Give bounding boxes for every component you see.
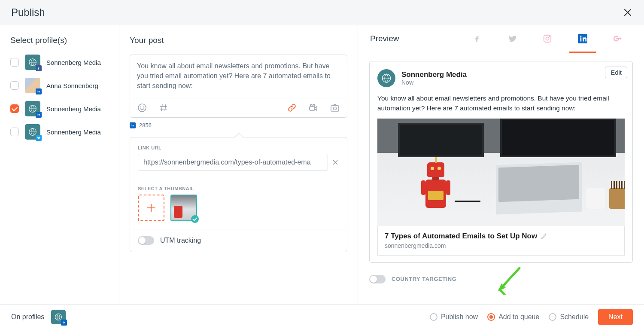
avatar bbox=[25, 55, 40, 70]
profile-row[interactable]: Sonnenberg Media bbox=[10, 124, 109, 140]
close-icon[interactable] bbox=[623, 7, 633, 18]
profile-row[interactable]: Sonnenberg Media bbox=[10, 55, 109, 70]
country-targeting-row: COUNTRY TARGETING bbox=[369, 275, 633, 283]
linkedin-icon bbox=[130, 122, 136, 128]
profile-checkbox[interactable] bbox=[10, 104, 19, 113]
avatar bbox=[25, 101, 40, 116]
radio-icon[interactable] bbox=[549, 313, 556, 321]
brand-logo-icon bbox=[377, 69, 395, 87]
thumbnail-option[interactable] bbox=[170, 195, 197, 221]
next-button[interactable]: Next bbox=[598, 309, 633, 325]
profile-row[interactable]: Anna Sonnenberg bbox=[10, 78, 109, 93]
camera-icon[interactable] bbox=[330, 103, 340, 113]
linkedin-badge-icon bbox=[61, 320, 67, 326]
compose-title: Your post bbox=[130, 36, 347, 45]
edit-title-icon[interactable] bbox=[541, 233, 547, 240]
preview-time: Now bbox=[401, 79, 467, 86]
schedule-option[interactable]: Schedule bbox=[549, 313, 589, 321]
svg-point-13 bbox=[549, 36, 550, 37]
selected-profile-avatar[interactable] bbox=[51, 310, 66, 324]
preview-profile-name: Sonnenberg Media bbox=[401, 70, 467, 79]
profile-name-label: Sonnenberg Media bbox=[46, 59, 101, 66]
avatar bbox=[25, 78, 40, 93]
preview-header: Preview bbox=[358, 25, 644, 43]
preview-link-domain: sonnenbergmedia.com bbox=[385, 242, 617, 249]
link-icon[interactable] bbox=[287, 103, 297, 113]
profile-checkbox[interactable] bbox=[10, 128, 19, 136]
modal-title: Publish bbox=[11, 6, 45, 18]
preview-body-text: You know all about email newsletters and… bbox=[377, 93, 625, 113]
svg-point-4 bbox=[140, 107, 141, 107]
profile-row[interactable]: Sonnenberg Media bbox=[10, 101, 109, 116]
post-box: You know all about email newsletters and… bbox=[130, 55, 347, 118]
profile-name-label: Sonnenberg Media bbox=[46, 128, 101, 136]
video-icon[interactable] bbox=[308, 103, 319, 113]
utm-tracking-toggle[interactable] bbox=[138, 236, 154, 245]
preview-panel: Preview bbox=[358, 25, 644, 304]
svg-point-3 bbox=[138, 104, 146, 112]
link-attachment-card: LINK URL https://sonnenbergmedia.com/typ… bbox=[130, 137, 347, 252]
modal-header: Publish bbox=[0, 0, 644, 25]
svg-rect-6 bbox=[310, 107, 315, 110]
svg-point-10 bbox=[334, 107, 337, 110]
link-url-label: LINK URL bbox=[138, 145, 339, 150]
radio-label: Add to queue bbox=[498, 313, 539, 321]
radio-label: Schedule bbox=[560, 313, 589, 321]
profiles-panel: Select profile(s) Sonnenberg Media bbox=[0, 25, 119, 304]
post-textarea[interactable]: You know all about email newsletters and… bbox=[130, 55, 347, 98]
avatar bbox=[25, 124, 40, 140]
tab-facebook[interactable] bbox=[471, 34, 483, 43]
profile-checkbox[interactable] bbox=[10, 81, 19, 90]
svg-point-7 bbox=[310, 104, 312, 106]
profile-name-label: Sonnenberg Media bbox=[46, 105, 101, 113]
linkedin-badge-icon bbox=[36, 112, 42, 118]
tab-instagram[interactable] bbox=[542, 34, 553, 43]
country-targeting-label: COUNTRY TARGETING bbox=[392, 276, 456, 282]
preview-title: Preview bbox=[370, 34, 399, 43]
compose-panel: Your post You know all about email newsl… bbox=[119, 25, 358, 304]
add-to-queue-option[interactable]: Add to queue bbox=[487, 313, 539, 321]
on-profiles-label: On profiles bbox=[11, 313, 44, 321]
clear-link-icon[interactable] bbox=[331, 158, 339, 166]
tab-linkedin[interactable] bbox=[577, 34, 588, 43]
footer-bar: On profiles Publish now Add to queue Sch… bbox=[0, 304, 644, 329]
country-targeting-toggle[interactable] bbox=[369, 275, 386, 283]
facebook-badge-icon bbox=[36, 65, 42, 71]
main-layout: Select profile(s) Sonnenberg Media bbox=[0, 25, 644, 304]
svg-point-5 bbox=[143, 107, 144, 107]
linkedin-badge-icon bbox=[36, 88, 42, 94]
tab-twitter[interactable] bbox=[507, 34, 518, 43]
edit-button[interactable]: Edit bbox=[605, 67, 627, 78]
profiles-title: Select profile(s) bbox=[10, 36, 109, 45]
svg-point-12 bbox=[546, 37, 549, 40]
profile-checkbox[interactable] bbox=[10, 58, 19, 67]
selected-check-icon bbox=[191, 215, 199, 223]
preview-card: Edit Sonnenberg Media Now You know all a… bbox=[369, 61, 633, 263]
emoji-icon[interactable] bbox=[137, 103, 147, 113]
twitter-badge-icon bbox=[36, 135, 42, 141]
thumbnail-label: SELECT A THUMBNAIL bbox=[138, 186, 339, 191]
utm-tracking-label: UTM tracking bbox=[160, 237, 201, 244]
link-url-input[interactable]: https://sonnenbergmedia.com/types-of-aut… bbox=[138, 154, 328, 171]
radio-label: Publish now bbox=[441, 313, 478, 321]
radio-icon[interactable] bbox=[430, 313, 437, 321]
hashtag-icon[interactable] bbox=[158, 103, 169, 113]
preview-link-bar: 7 Types of Automated Emails to Set Up No… bbox=[377, 226, 625, 256]
radio-icon[interactable] bbox=[487, 313, 495, 321]
preview-link-image bbox=[377, 119, 625, 226]
svg-point-8 bbox=[313, 104, 315, 106]
post-toolbar bbox=[130, 98, 347, 117]
tab-googleplus[interactable] bbox=[612, 34, 623, 43]
char-count-row: 2856 bbox=[130, 122, 347, 128]
publish-now-option[interactable]: Publish now bbox=[430, 313, 478, 321]
preview-link-title: 7 Types of Automated Emails to Set Up No… bbox=[385, 232, 537, 241]
svg-rect-9 bbox=[331, 106, 339, 111]
add-thumbnail-button[interactable] bbox=[138, 195, 164, 221]
profile-name-label: Anna Sonnenberg bbox=[46, 82, 98, 89]
char-count: 2856 bbox=[139, 122, 152, 128]
